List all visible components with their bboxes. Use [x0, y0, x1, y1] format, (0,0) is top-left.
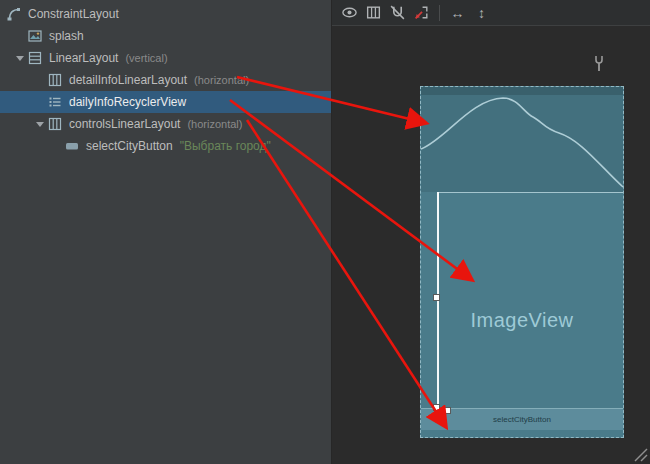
component-tree: ConstraintLayout splash LinearLayout (ve…	[0, 0, 331, 157]
autoconnect-off-icon[interactable]	[388, 3, 407, 22]
tree-item-label: ConstraintLayout	[28, 7, 119, 21]
select-city-button-label: selectCityButton	[493, 415, 551, 424]
linear-layout-horizontal-icon	[47, 116, 63, 132]
wrench-icon[interactable]	[592, 55, 606, 72]
tree-item-meta: (vertical)	[125, 52, 167, 64]
tree-item-label: detailInfoLinearLayout	[69, 73, 187, 87]
tree-item-meta: (horizontal)	[187, 118, 242, 130]
tree-item-label: splash	[49, 29, 84, 43]
component-tree-panel: ConstraintLayout splash LinearLayout (ve…	[0, 0, 332, 464]
status-bar-strip	[421, 87, 623, 95]
resize-handle-left[interactable]	[433, 294, 440, 301]
recycler-view-icon	[47, 94, 63, 110]
device-preview[interactable]: ImageView selectCityButton	[420, 86, 624, 438]
tree-item-label: selectCityButton	[86, 139, 173, 153]
tree-item-label: controlsLinearLayout	[69, 117, 180, 131]
tree-item-splash[interactable]: splash	[0, 25, 331, 47]
resize-handle-bottom-left[interactable]	[433, 404, 440, 411]
clear-constraints-icon[interactable]	[412, 3, 431, 22]
constraint-layout-icon	[6, 6, 22, 22]
tree-item-selectcitybutton[interactable]: selectCityButton "Выбрать город"	[0, 135, 331, 157]
tree-item-label: dailyInfoRecyclerView	[69, 95, 186, 109]
imageview-placeholder-label: ImageView	[421, 309, 623, 332]
horizontal-resize-icon[interactable]: ↔	[448, 3, 467, 22]
resize-handle-bottom[interactable]	[444, 407, 451, 414]
tree-item-label: LinearLayout	[49, 51, 118, 65]
linear-layout-horizontal-icon	[47, 72, 63, 88]
button-icon	[64, 138, 80, 154]
tree-item-detailinfolinearlayout[interactable]: detailInfoLinearLayout (horizontal)	[0, 69, 331, 91]
region-divider-line	[437, 192, 623, 193]
tree-item-text-value: "Выбрать город"	[180, 139, 271, 153]
vertical-resize-icon[interactable]: ↕	[472, 3, 491, 22]
blueprint-mode-icon[interactable]	[364, 3, 383, 22]
chevron-down-icon[interactable]	[33, 117, 47, 131]
tree-item-controlslinearlayout[interactable]: controlsLinearLayout (horizontal)	[0, 113, 331, 135]
toolbar-separator	[439, 5, 440, 21]
detail-info-chart-area[interactable]	[421, 87, 623, 192]
tree-item-dailyinforecyclerview[interactable]: dailyInfoRecyclerView	[0, 91, 331, 113]
design-toolbar: ↔ ↕	[332, 0, 650, 26]
resize-grip-icon[interactable]	[632, 446, 648, 462]
chevron-down-icon[interactable]	[13, 51, 27, 65]
tree-item-linearlayout[interactable]: LinearLayout (vertical)	[0, 47, 331, 69]
image-icon	[27, 28, 43, 44]
tree-item-meta: (horizontal)	[194, 74, 249, 86]
view-options-icon[interactable]	[340, 3, 359, 22]
linear-layout-vertical-icon	[27, 50, 43, 66]
select-city-button-preview[interactable]: selectCityButton	[421, 408, 623, 430]
tree-item-constraintlayout[interactable]: ConstraintLayout	[0, 3, 331, 25]
